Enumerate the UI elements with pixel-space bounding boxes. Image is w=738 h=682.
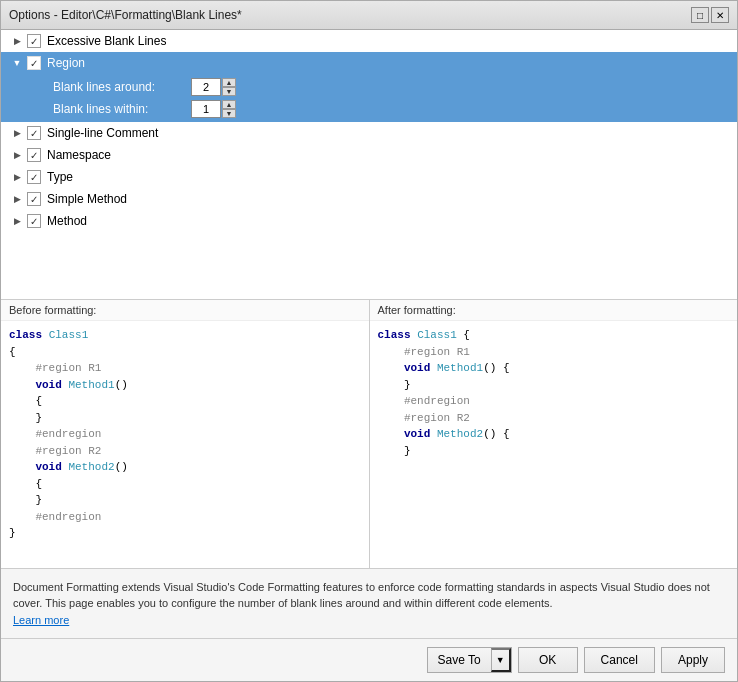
options-tree[interactable]: ▶ Excessive Blank Lines ▼ Region Blank l… xyxy=(1,30,737,300)
blank-lines-within-down[interactable]: ▼ xyxy=(222,109,236,118)
window-title: Options - Editor\C#\Formatting\Blank Lin… xyxy=(9,8,242,22)
window-controls: □ ✕ xyxy=(691,7,729,23)
expander-namespace-icon[interactable]: ▶ xyxy=(9,147,25,163)
item-label: Excessive Blank Lines xyxy=(47,34,166,48)
maximize-button[interactable]: □ xyxy=(691,7,709,23)
checkbox-excessive-blank-lines[interactable] xyxy=(27,34,41,48)
blank-lines-around-spinner[interactable]: ▲ ▼ xyxy=(191,78,236,96)
region-label: Region xyxy=(47,56,85,70)
before-formatting-pane: Before formatting: class Class1 { #regio… xyxy=(1,300,370,568)
checkbox-region[interactable] xyxy=(27,56,41,70)
tree-item-blank-lines-within: Blank lines within: ▲ ▼ xyxy=(1,98,737,122)
checkbox-namespace[interactable] xyxy=(27,148,41,162)
expander-method-icon[interactable]: ▶ xyxy=(9,213,25,229)
ok-button[interactable]: OK xyxy=(518,647,578,673)
tree-item-blank-lines-around: Blank lines around: ▲ ▼ xyxy=(1,74,737,98)
type-label: Type xyxy=(47,170,73,184)
checkbox-single-line-comment[interactable] xyxy=(27,126,41,140)
before-formatting-header: Before formatting: xyxy=(1,300,369,321)
expander-type-icon[interactable]: ▶ xyxy=(9,169,25,185)
checkbox-simple-method[interactable] xyxy=(27,192,41,206)
cancel-button[interactable]: Cancel xyxy=(584,647,655,673)
blank-lines-within-buttons: ▲ ▼ xyxy=(222,100,236,118)
tree-item-type[interactable]: ▶ Type xyxy=(1,166,737,188)
tree-item-region[interactable]: ▼ Region xyxy=(1,52,737,74)
expander-region-icon[interactable]: ▼ xyxy=(9,55,25,71)
after-formatting-code: class Class1 { #region R1 void Method1()… xyxy=(370,321,738,568)
blank-lines-around-label: Blank lines around: xyxy=(53,80,183,94)
content-area: ▶ Excessive Blank Lines ▼ Region Blank l… xyxy=(1,30,737,681)
blank-lines-around-up[interactable]: ▲ xyxy=(222,78,236,87)
tree-item-namespace[interactable]: ▶ Namespace xyxy=(1,144,737,166)
tree-item-single-line-comment[interactable]: ▶ Single-line Comment xyxy=(1,122,737,144)
simple-method-label: Simple Method xyxy=(47,192,127,206)
tree-item-method[interactable]: ▶ Method xyxy=(1,210,737,232)
blank-lines-within-label: Blank lines within: xyxy=(53,102,183,116)
namespace-label: Namespace xyxy=(47,148,111,162)
save-to-button[interactable]: Save To ▼ xyxy=(427,647,512,673)
expander-comment-icon[interactable]: ▶ xyxy=(9,125,25,141)
description-area: Document Formatting extends Visual Studi… xyxy=(1,569,737,640)
blank-lines-around-buttons: ▲ ▼ xyxy=(222,78,236,96)
blank-lines-within-up[interactable]: ▲ xyxy=(222,100,236,109)
expander-simple-method-icon[interactable]: ▶ xyxy=(9,191,25,207)
blank-lines-around-input[interactable] xyxy=(191,78,221,96)
learn-more-link[interactable]: Learn more xyxy=(13,614,69,626)
tree-item-excessive-blank-lines[interactable]: ▶ Excessive Blank Lines xyxy=(1,30,737,52)
blank-lines-within-input[interactable] xyxy=(191,100,221,118)
preview-area: Before formatting: class Class1 { #regio… xyxy=(1,300,737,569)
save-to-dropdown-arrow[interactable]: ▼ xyxy=(491,648,511,672)
after-formatting-pane: After formatting: class Class1 { #region… xyxy=(370,300,738,568)
title-bar: Options - Editor\C#\Formatting\Blank Lin… xyxy=(1,1,737,30)
close-button[interactable]: ✕ xyxy=(711,7,729,23)
main-window: Options - Editor\C#\Formatting\Blank Lin… xyxy=(0,0,738,682)
expander-icon[interactable]: ▶ xyxy=(9,33,25,49)
tree-item-simple-method[interactable]: ▶ Simple Method xyxy=(1,188,737,210)
before-formatting-code: class Class1 { #region R1 void Method1()… xyxy=(1,321,369,568)
footer: Save To ▼ OK Cancel Apply xyxy=(1,639,737,681)
apply-button[interactable]: Apply xyxy=(661,647,725,673)
checkbox-type[interactable] xyxy=(27,170,41,184)
checkbox-method[interactable] xyxy=(27,214,41,228)
description-text: Document Formatting extends Visual Studi… xyxy=(13,581,710,610)
save-to-main-button[interactable]: Save To xyxy=(428,648,491,672)
after-formatting-header: After formatting: xyxy=(370,300,738,321)
method-label: Method xyxy=(47,214,87,228)
blank-lines-around-down[interactable]: ▼ xyxy=(222,87,236,96)
single-line-comment-label: Single-line Comment xyxy=(47,126,158,140)
blank-lines-within-spinner[interactable]: ▲ ▼ xyxy=(191,100,236,118)
